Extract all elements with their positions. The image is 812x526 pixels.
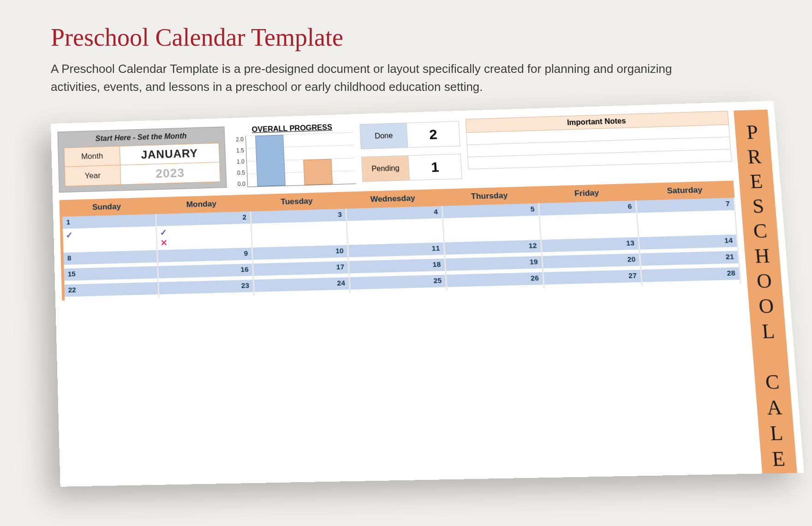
ytick: 0.0: [233, 181, 245, 188]
chart-plot: [245, 133, 356, 187]
calendar-day[interactable]: 11: [348, 242, 446, 261]
weekday-header: Wednesday: [344, 189, 442, 209]
calendar-day[interactable]: 6: [539, 201, 639, 240]
day-body[interactable]: [638, 210, 736, 237]
calendar-day[interactable]: 10: [253, 245, 349, 263]
calendar-day[interactable]: 1✓: [60, 214, 158, 253]
status-done-card: Done 2: [359, 121, 460, 149]
chart-yaxis: 2.0 1.5 1.0 0.5 0.0: [231, 136, 247, 188]
ytick: 1.0: [232, 158, 245, 165]
year-row: Year 2023: [65, 162, 221, 186]
month-selector-hint: Start Here - Set the Month: [64, 131, 219, 144]
day-body[interactable]: [540, 213, 638, 239]
calendar-day[interactable]: 20: [543, 253, 641, 272]
month-selector: Start Here - Set the Month Month JANUARY…: [57, 126, 227, 192]
calendar-day[interactable]: 14: [639, 234, 739, 253]
cross-icon: ✕: [160, 236, 248, 248]
spreadsheet: Start Here - Set the Month Month JANUARY…: [51, 101, 804, 487]
status-pending-card: Pending 1: [361, 154, 462, 182]
chart-bar-done: [255, 135, 286, 186]
day-body[interactable]: ✓✕: [157, 224, 251, 251]
calendar-day[interactable]: 2✓✕: [156, 211, 253, 250]
status-done-value: 2: [407, 121, 460, 148]
year-label: Year: [65, 165, 121, 186]
status-done-label: Done: [359, 123, 408, 149]
ytick: 2.0: [231, 136, 244, 143]
template-preview: Start Here - Set the Month Month JANUARY…: [51, 124, 761, 479]
calendar-day[interactable]: 23: [159, 280, 255, 298]
page-description: A Preschool Calendar Template is a pre-d…: [51, 60, 697, 96]
calendar-day[interactable]: 15: [61, 266, 159, 285]
status-pending-value: 1: [408, 154, 462, 180]
calendar-day[interactable]: 5: [442, 203, 542, 242]
calendar-day[interactable]: 4: [346, 206, 445, 245]
calendar-day[interactable]: 28: [642, 267, 741, 286]
status-pending-label: Pending: [361, 155, 410, 182]
ytick: 0.5: [233, 169, 245, 176]
weekday-header: Monday: [154, 195, 249, 214]
month-value[interactable]: JANUARY: [120, 143, 219, 165]
day-body[interactable]: [252, 221, 347, 248]
day-body[interactable]: ✓: [63, 226, 156, 252]
ytick: 1.5: [232, 147, 244, 154]
calendar-day[interactable]: 16: [158, 263, 254, 282]
chart-area: 2.0 1.5 1.0 0.5 0.0: [231, 133, 356, 188]
weekday-header: Thursday: [441, 186, 538, 206]
calendar-day[interactable]: 22: [61, 282, 159, 301]
dashboard-row: Start Here - Set the Month Month JANUARY…: [57, 111, 733, 192]
chart-bar-pending: [303, 159, 333, 185]
calendar-day[interactable]: 18: [349, 258, 447, 277]
day-body[interactable]: [347, 218, 443, 245]
calendar-day[interactable]: 19: [446, 256, 544, 275]
calendar-day[interactable]: 26: [447, 272, 545, 291]
month-label: Month: [64, 146, 120, 167]
check-icon: ✓: [66, 228, 153, 241]
calendar-day[interactable]: 12: [445, 240, 543, 259]
calendar-day[interactable]: 3: [251, 209, 349, 247]
year-value[interactable]: 2023: [120, 162, 220, 185]
calendar-day[interactable]: 8: [60, 250, 158, 269]
calendar-day[interactable]: 25: [350, 275, 448, 293]
page-title: Preschool Calendar Template: [51, 23, 761, 52]
notes-box: Important Notes: [466, 111, 733, 181]
calendar-day[interactable]: 13: [542, 237, 640, 256]
weekday-header: Saturday: [635, 180, 734, 200]
calendar-day[interactable]: 21: [640, 251, 740, 270]
calendar-day[interactable]: 9: [158, 248, 253, 266]
status-cards: Done 2 Pending 1: [359, 119, 462, 184]
weekday-header: Sunday: [59, 197, 154, 217]
day-body[interactable]: [443, 215, 540, 242]
calendar-day[interactable]: 27: [543, 270, 643, 289]
weekday-header: Tuesday: [249, 192, 345, 211]
calendar-day[interactable]: 7: [637, 198, 738, 238]
calendar-day[interactable]: 17: [253, 261, 350, 280]
weekday-header: Friday: [537, 184, 636, 203]
progress-chart: OVERALL PROGRESS 2.0 1.5 1.0 0.5 0.0: [231, 122, 356, 187]
sheet-main: Start Here - Set the Month Month JANUARY…: [57, 111, 756, 486]
calendar-day[interactable]: 24: [254, 277, 351, 296]
